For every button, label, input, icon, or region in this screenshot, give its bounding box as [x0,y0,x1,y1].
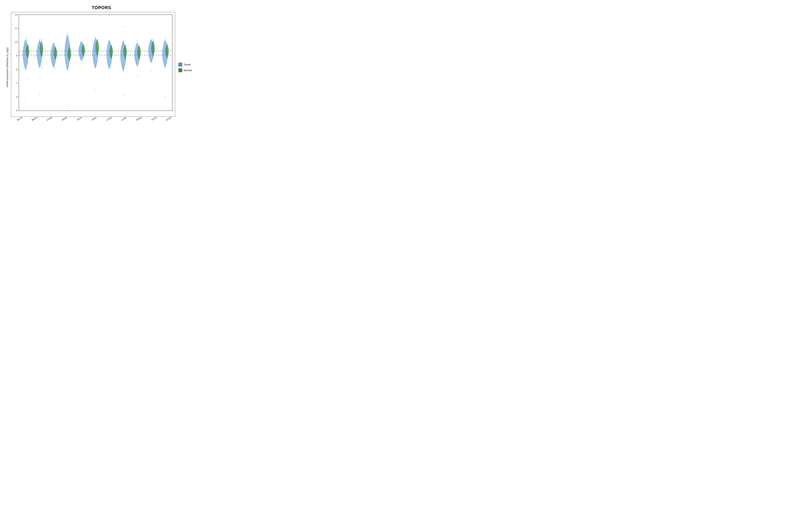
svg-rect-156 [55,56,56,57]
svg-rect-510 [153,55,154,55]
svg-rect-27 [25,60,25,60]
svg-rect-25 [24,62,25,62]
svg-rect-565 [167,54,167,55]
svg-rect-137 [53,54,53,54]
svg-rect-268 [83,46,84,47]
svg-rect-159 [55,54,56,54]
svg-rect-563 [166,56,167,57]
svg-rect-301 [96,40,96,40]
svg-rect-186 [66,52,67,52]
svg-text:+: + [27,77,28,79]
svg-rect-440 [136,55,137,56]
svg-rect-72 [40,64,41,65]
svg-rect-196 [67,39,68,40]
svg-rect-75 [39,61,40,62]
svg-rect-193 [66,43,67,44]
svg-rect-472 [138,49,139,49]
svg-rect-197 [68,38,68,39]
svg-rect-212 [69,53,69,54]
svg-rect-90 [39,47,39,48]
svg-rect-483 [152,58,152,59]
svg-rect-242 [81,48,81,48]
svg-rect-463 [139,56,140,56]
svg-rect-123 [53,66,53,66]
svg-rect-538 [166,59,166,59]
svg-rect-42 [26,44,26,45]
svg-rect-475 [138,46,139,47]
svg-rect-271 [84,44,84,45]
svg-rect-191 [66,46,67,46]
svg-rect-365 [111,52,111,52]
svg-rect-310 [97,52,97,52]
svg-rect-136 [53,54,54,55]
svg-rect-113 [42,46,42,46]
svg-rect-198 [66,37,67,37]
svg-rect-316 [97,46,98,47]
svg-rect-92 [38,46,39,46]
svg-rect-387 [122,59,123,60]
svg-rect-437 [138,58,138,58]
svg-rect-435 [137,59,137,60]
svg-rect-551 [164,47,165,47]
svg-rect-339 [108,55,109,55]
svg-rect-49 [25,38,26,38]
svg-rect-59 [28,50,28,51]
svg-rect-513 [153,52,154,53]
svg-rect-344 [108,50,109,50]
svg-rect-427 [137,66,138,66]
svg-rect-335 [109,59,110,59]
svg-rect-359 [111,57,112,57]
svg-rect-433 [136,61,137,61]
svg-rect-336 [109,58,110,58]
svg-rect-451 [138,47,138,47]
svg-rect-373 [111,46,112,46]
svg-rect-250 [81,43,82,43]
svg-rect-130 [53,60,53,60]
svg-rect-356 [109,15,110,16]
svg-rect-360 [111,56,111,56]
svg-rect-549 [165,48,165,49]
svg-rect-562 [167,57,167,57]
svg-rect-389 [123,57,123,58]
chart-area: mRNA Expression (RNASeq V2, log2) 567891… [4,11,199,123]
svg-rect-145 [54,47,54,47]
svg-rect-422 [125,47,125,48]
svg-rect-491 [150,52,151,53]
svg-rect-290 [95,51,96,52]
svg-rect-82 [39,55,40,55]
svg-rect-62 [28,48,28,49]
svg-rect-147 [54,45,55,46]
svg-rect-558 [164,40,165,40]
svg-rect-163 [56,51,56,52]
chart-title: TOPORS [4,3,199,11]
svg-rect-443 [137,53,137,54]
svg-rect-367 [111,50,111,51]
svg-rect-179 [66,60,67,61]
svg-rect-569 [166,51,167,52]
svg-rect-308 [97,54,98,54]
svg-rect-424 [125,46,125,46]
svg-rect-410 [125,57,126,57]
legend-tumor-box [179,63,182,66]
svg-rect-161 [55,53,55,53]
y-axis-label: mRNA Expression (RNASeq V2, log2) [4,11,11,123]
svg-rect-264 [84,49,84,50]
svg-rect-227 [82,58,83,58]
svg-text:+: + [139,59,140,61]
svg-rect-184 [66,54,67,55]
svg-rect-539 [164,58,164,58]
svg-rect-43 [26,43,26,44]
svg-rect-287 [96,54,96,55]
svg-rect-74 [40,62,40,63]
svg-rect-442 [137,54,137,54]
svg-rect-495 [151,49,151,49]
svg-rect-537 [164,60,165,60]
svg-rect-402 [123,44,124,44]
svg-rect-570 [167,50,167,51]
svg-rect-457 [137,76,138,77]
svg-rect-73 [39,64,39,64]
svg-rect-44 [25,42,26,43]
svg-rect-164 [55,50,55,51]
svg-rect-190 [68,47,68,47]
svg-text:+: + [55,67,56,69]
